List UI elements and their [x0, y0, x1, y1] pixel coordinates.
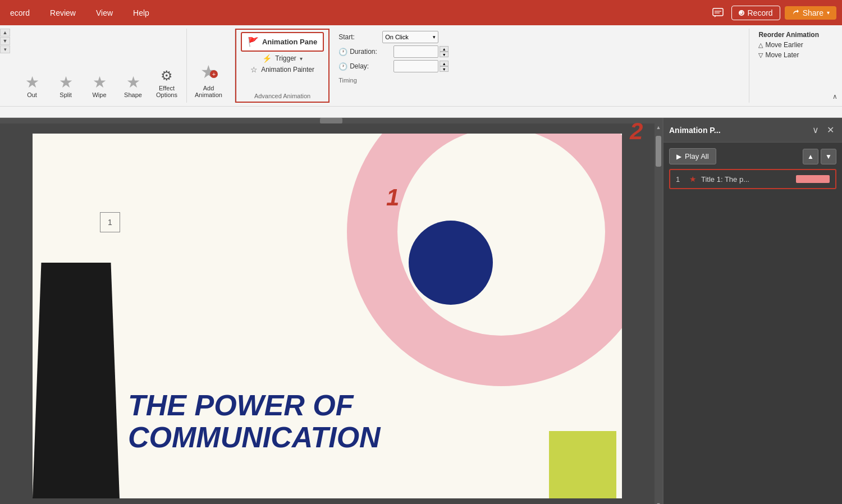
- animation-panel-header: Animation P... ∨ ✕: [663, 118, 842, 143]
- transition-wipe-button[interactable]: ★ Wipe: [85, 72, 113, 100]
- shape-icon: ★: [126, 75, 140, 90]
- play-all-row: ▶ Play All ▲ ▼: [669, 148, 836, 164]
- delay-input[interactable]: [393, 60, 438, 72]
- add-animation-items: ★ + Add Animation: [191, 31, 230, 100]
- step-2-callout: 2: [630, 118, 643, 145]
- delay-spinner[interactable]: ▲ ▼: [440, 61, 449, 72]
- split-label: Split: [60, 91, 71, 98]
- menu-item-view[interactable]: View: [91, 6, 117, 20]
- ribbon-top-bar: ecord Review View Help Record: [0, 0, 842, 25]
- effect-options-button[interactable]: ⚙ Effect Options: [153, 66, 181, 100]
- advanced-animation-group: 🚩 Animation Pane ⚡ Trigger ▾ ☆ Animation…: [235, 29, 330, 103]
- add-animation-button[interactable]: ★ + Add Animation: [191, 59, 226, 100]
- slide-title-line2: COMMUNICATION: [128, 421, 381, 453]
- comments-icon-button[interactable]: [709, 4, 727, 22]
- svg-rect-0: [713, 8, 723, 16]
- scroll-thumb[interactable]: [656, 136, 661, 167]
- anim-item-label: Title 1: The p...: [701, 175, 791, 184]
- start-dropdown[interactable]: On Click ▾: [382, 31, 438, 43]
- move-later-icon: ▽: [758, 52, 763, 59]
- menu-item-record[interactable]: ecord: [6, 6, 34, 20]
- transition-scroll-arrows: ▲ ▼ ▾: [0, 29, 10, 103]
- move-earlier-icon: △: [758, 42, 763, 49]
- order-up-button[interactable]: ▲: [803, 149, 818, 164]
- scroll-more-arrow[interactable]: ▾: [0, 45, 10, 53]
- duration-down[interactable]: ▼: [440, 52, 449, 57]
- ribbon-menu-left: ecord Review View Help: [6, 6, 154, 20]
- out-icon: ★: [25, 75, 39, 90]
- main-area: 1 THE POWER OF COMMUNICATION 1 ▲: [0, 118, 842, 504]
- scroll-down-btn[interactable]: ▼: [656, 502, 661, 504]
- record-button[interactable]: Record: [731, 6, 780, 20]
- gear-icon: ⚙: [161, 68, 173, 84]
- transition-buttons: ★ Out ★ Split ★ Wipe ★ Shape ⚙ Effect: [18, 31, 181, 100]
- move-later-button[interactable]: ▽ Move Later: [758, 51, 819, 59]
- collapse-ribbon-button[interactable]: ∧: [832, 93, 838, 100]
- start-label: Start:: [338, 33, 378, 41]
- shape-label: Shape: [124, 91, 142, 98]
- scroll-up-arrow[interactable]: ▲: [0, 29, 10, 36]
- flag-icon: 🚩: [248, 36, 259, 47]
- transition-shape-button[interactable]: ★ Shape: [119, 72, 147, 100]
- duration-up[interactable]: ▲: [440, 46, 449, 52]
- trigger-label[interactable]: Trigger: [275, 54, 296, 62]
- add-animation-star-icon: ★ +: [200, 61, 217, 83]
- menu-item-help[interactable]: Help: [129, 6, 154, 20]
- order-buttons: ▲ ▼: [803, 149, 836, 164]
- start-value: On Click: [385, 34, 409, 40]
- play-all-label: Play All: [685, 152, 709, 161]
- menu-item-review[interactable]: Review: [45, 6, 80, 20]
- record-dot-icon: [739, 10, 744, 16]
- duration-clock-icon: 🕐: [338, 48, 347, 56]
- duration-spinner[interactable]: ▲ ▼: [440, 46, 449, 57]
- panel-header-actions: ∨ ✕: [810, 123, 836, 136]
- delay-up[interactable]: ▲: [440, 61, 449, 66]
- ribbon: ecord Review View Help Record: [0, 0, 842, 118]
- trigger-row: ⚡ Trigger ▾: [262, 54, 303, 63]
- slide-canvas[interactable]: 1 THE POWER OF COMMUNICATION 1: [33, 134, 622, 498]
- panel-close-button[interactable]: ✕: [825, 123, 836, 136]
- timing-group-label: Timing: [338, 77, 740, 84]
- slide-container: 1 THE POWER OF COMMUNICATION 1: [0, 123, 655, 504]
- anim-item-number: 1: [676, 175, 685, 184]
- slide-title-line1: THE POWER OF: [128, 390, 381, 421]
- delay-clock-icon: 🕐: [338, 62, 347, 71]
- transition-out-button[interactable]: ★ Out: [18, 72, 46, 100]
- start-row: Start: On Click ▾: [338, 31, 740, 43]
- delay-down[interactable]: ▼: [440, 66, 449, 72]
- move-earlier-button[interactable]: △ Move Earlier: [758, 41, 819, 49]
- transition-split-button[interactable]: ★ Split: [52, 72, 80, 100]
- vertical-scrollbar[interactable]: ▲ ▼: [655, 123, 662, 504]
- yellow-rect-decoration: [549, 431, 616, 498]
- share-button[interactable]: Share ▾: [785, 6, 836, 20]
- out-label: Out: [27, 91, 37, 98]
- delay-row: 🕐 Delay: ▲ ▼: [338, 60, 740, 72]
- animation-painter-icon: ☆: [250, 65, 258, 74]
- slide-with-scrollbar: 1 THE POWER OF COMMUNICATION 1 ▲: [0, 123, 662, 504]
- anim-color-bar: [796, 175, 830, 183]
- animation-panel: 2 Animation P... ∨ ✕ ▶ Play All ▲ ▼: [662, 118, 842, 504]
- slide-title: THE POWER OF COMMUNICATION: [128, 390, 381, 453]
- start-select[interactable]: On Click ▾: [382, 31, 438, 43]
- order-down-button[interactable]: ▼: [821, 149, 836, 164]
- trigger-icon: ⚡: [262, 54, 272, 63]
- reorder-title: Reorder Animation: [758, 31, 819, 39]
- scroll-up-btn[interactable]: ▲: [656, 125, 661, 130]
- step-1-callout: 1: [386, 184, 399, 211]
- person-silhouette: [33, 263, 120, 498]
- panel-minimize-button[interactable]: ∨: [810, 123, 821, 136]
- slide-number-box: 1: [100, 212, 120, 232]
- advanced-animation-group-label: Advanced Animation: [254, 93, 310, 99]
- scroll-down-arrow[interactable]: ▼: [0, 37, 10, 45]
- animation-painter-label[interactable]: Animation Painter: [261, 66, 314, 74]
- animation-pane-button[interactable]: 🚩 Animation Pane: [241, 32, 324, 52]
- duration-input[interactable]: [393, 45, 438, 58]
- timing-group: Start: On Click ▾ 🕐 Duration: ▲: [330, 29, 749, 103]
- record-button-label: Record: [748, 8, 773, 17]
- duration-row: 🕐 Duration: ▲ ▼: [338, 45, 740, 58]
- add-plus-icon: +: [210, 70, 218, 78]
- share-button-label: Share: [803, 8, 823, 17]
- scroll-bar-top[interactable]: [0, 118, 662, 123]
- animation-item[interactable]: 1 ★ Title 1: The p...: [672, 172, 833, 186]
- play-all-button[interactable]: ▶ Play All: [669, 148, 716, 164]
